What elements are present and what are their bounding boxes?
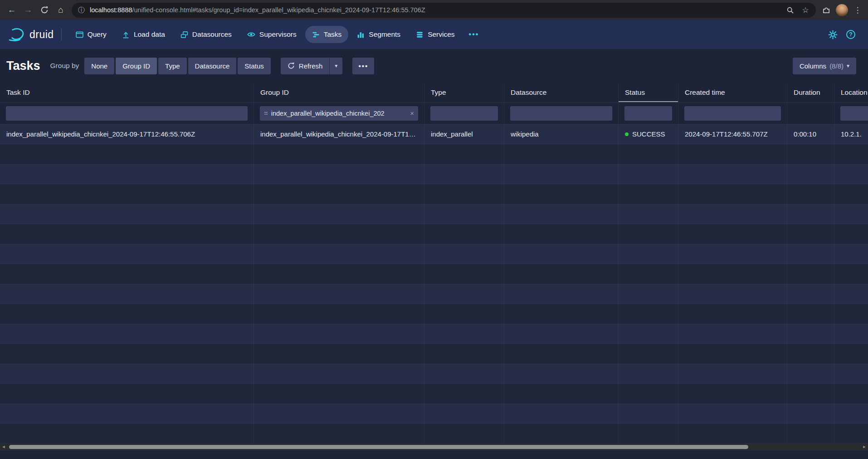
column-header-group-id[interactable]: Group ID — [254, 83, 424, 102]
column-header-datasource[interactable]: Datasource — [504, 83, 619, 102]
columns-count: (8/8) — [829, 62, 844, 70]
profile-avatar[interactable] — [836, 4, 848, 16]
column-header-location[interactable]: Location — [834, 83, 868, 102]
table-cell — [619, 424, 678, 443]
horizontal-scrollbar[interactable]: ◄ ► — [0, 444, 868, 450]
url-path: /unified-console.html#tasks/group_id=ind… — [132, 6, 425, 14]
table-cell — [0, 304, 254, 323]
site-info-icon[interactable]: ⓘ — [78, 6, 85, 15]
scroll-right-button[interactable]: ► — [861, 444, 868, 450]
brand-name: druid — [29, 29, 54, 41]
table-cell — [678, 244, 787, 264]
table-row-empty — [0, 264, 868, 284]
home-button[interactable]: ⌂ — [53, 2, 69, 18]
refresh-button[interactable]: Refresh — [281, 58, 330, 74]
browser-menu-button[interactable]: ⋮ — [851, 3, 864, 17]
type-cell: index_parallel — [424, 124, 504, 144]
column-header-created-time[interactable]: Created time — [678, 83, 787, 102]
table-cell — [787, 244, 834, 264]
column-header-status[interactable]: Status — [619, 83, 678, 102]
group-by-buttons: None Group ID Type Datasource Status — [84, 58, 271, 74]
url-text: localhost:8888/unified-console.html#task… — [90, 6, 783, 14]
nav-item-tasks[interactable]: Tasks — [305, 26, 349, 43]
datasources-icon — [180, 31, 188, 39]
table-cell — [834, 164, 868, 184]
table-cell — [619, 404, 678, 423]
extensions-button[interactable] — [819, 3, 833, 17]
task-row[interactable]: index_parallel_wikipedia_chicnkei_2024-0… — [0, 124, 868, 144]
omnibox-actions: ☆ — [783, 3, 812, 17]
forward-button[interactable]: → — [20, 2, 36, 18]
scrollbar-thumb[interactable] — [9, 445, 748, 449]
help-button[interactable]: ? — [842, 25, 860, 44]
status-filter-input[interactable] — [624, 106, 672, 121]
nav-item-query[interactable]: Query — [69, 26, 113, 43]
task-id-cell[interactable]: index_parallel_wikipedia_chicnkei_2024-0… — [0, 124, 254, 144]
nav-item-services[interactable]: Services — [409, 26, 461, 43]
group-by-status-button[interactable]: Status — [238, 58, 271, 74]
back-button[interactable]: ← — [4, 2, 20, 18]
group-id-filter-value: index_parallel_wikipedia_chicnkei_202 — [271, 110, 385, 117]
location-filter-input[interactable] — [840, 106, 868, 121]
group-by-datasource-button[interactable]: Datasource — [188, 58, 237, 74]
column-header-task-id[interactable]: Task ID — [0, 83, 254, 102]
table-cell — [504, 404, 619, 423]
url-host: localhost:8888 — [90, 6, 132, 14]
table-cell — [834, 184, 868, 204]
datasource-filter-input[interactable] — [510, 106, 612, 121]
nav-item-segments[interactable]: Segments — [350, 26, 407, 43]
created-time-filter-input[interactable] — [684, 106, 781, 121]
table-cell — [787, 264, 834, 283]
column-header-type[interactable]: Type — [424, 83, 504, 102]
browser-toolbar: ← → ⌂ ⓘ localhost:8888/unified-console.h… — [0, 0, 868, 20]
settings-button[interactable] — [824, 25, 842, 44]
group-by-type-button[interactable]: Type — [158, 58, 187, 74]
table-row-empty — [0, 144, 868, 164]
table-cell — [254, 144, 424, 164]
table-cell — [504, 164, 619, 184]
table-cell — [787, 164, 834, 184]
extensions-icon — [822, 6, 830, 14]
nav-item-load-data[interactable]: Load data — [115, 26, 172, 43]
zoom-button[interactable] — [783, 3, 797, 17]
star-icon: ☆ — [802, 5, 809, 15]
table-cell — [504, 264, 619, 283]
table-cell — [834, 264, 868, 283]
group-by-none-button[interactable]: None — [84, 58, 114, 74]
group-id-filter-input[interactable]: = index_parallel_wikipedia_chicnkei_202 … — [260, 106, 418, 121]
bookmark-button[interactable]: ☆ — [799, 3, 812, 17]
type-filter-input[interactable] — [430, 106, 498, 121]
columns-button[interactable]: Columns (8/8) ▾ — [793, 58, 856, 74]
table-cell — [0, 344, 254, 363]
created-time-cell: 2024-09-17T12:46:55.707Z — [678, 124, 787, 144]
nav-item-supervisors[interactable]: Supervisors — [240, 26, 303, 43]
group-by-group-id-button[interactable]: Group ID — [116, 58, 157, 74]
nav-item-datasources[interactable]: Datasources — [174, 26, 239, 43]
table-cell — [619, 164, 678, 184]
clear-filter-icon[interactable]: × — [410, 109, 414, 117]
table-cell — [787, 404, 834, 423]
table-row-empty — [0, 164, 868, 184]
reload-button[interactable] — [36, 2, 53, 18]
task-id-filter-input[interactable] — [6, 106, 248, 121]
table-cell — [619, 184, 678, 204]
refresh-interval-dropdown[interactable]: ▾ — [329, 58, 342, 74]
scrollbar-track[interactable] — [7, 444, 861, 450]
table-cell — [787, 284, 834, 303]
column-header-duration[interactable]: Duration — [787, 83, 834, 102]
url-bar[interactable]: ⓘ localhost:8888/unified-console.html#ta… — [72, 3, 816, 18]
druid-logo[interactable]: druid — [8, 28, 54, 41]
nav-more-button[interactable]: ••• — [463, 26, 485, 43]
table-cell — [504, 284, 619, 303]
table-cell — [254, 364, 424, 383]
table-cell — [0, 224, 254, 244]
scroll-left-button[interactable]: ◄ — [0, 444, 7, 450]
nav-label: Services — [428, 30, 454, 39]
table-cell — [254, 324, 424, 343]
table-cell — [254, 164, 424, 184]
table-cell — [834, 204, 868, 224]
table-cell — [787, 364, 834, 383]
table-cell — [254, 244, 424, 264]
table-cell — [504, 144, 619, 164]
toolbar-more-button[interactable]: ••• — [352, 58, 374, 74]
